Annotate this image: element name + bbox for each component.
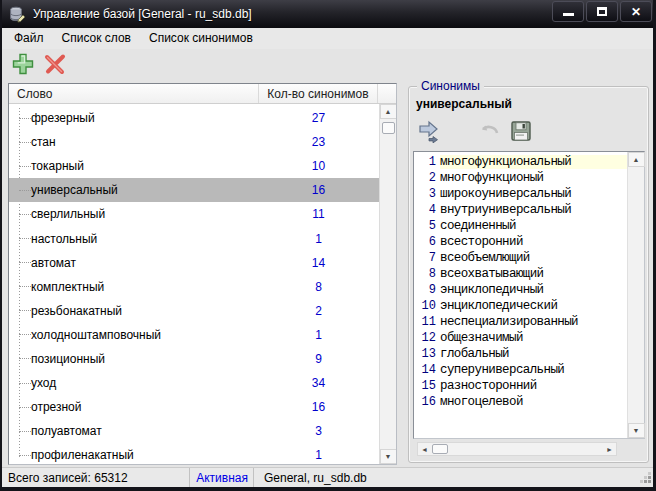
synonyms-groupbox: Синонимы универсальный: [408, 86, 649, 463]
add-word-button[interactable]: [10, 51, 36, 77]
table-row[interactable]: сверлильный 11: [9, 202, 379, 226]
tree-connector: [19, 238, 31, 239]
move-synonyms-button[interactable]: [416, 118, 442, 144]
menu-bar: ФайлСписок словСписок синонимов: [2, 28, 653, 49]
scroll-thumb[interactable]: [382, 122, 395, 134]
table-row[interactable]: стан 23: [9, 130, 379, 154]
tree-connector: [19, 286, 31, 287]
table-row[interactable]: полуавтомат 3: [9, 419, 379, 443]
line-number: 10: [414, 299, 440, 313]
resize-grip[interactable]: [648, 480, 651, 483]
column-header-count[interactable]: Кол-во синонимов: [259, 84, 378, 103]
synonym-lines: 1 многофункциональный 2 многофункционый …: [414, 152, 627, 438]
tree-connector: [19, 142, 31, 143]
green-plus-icon: [11, 52, 35, 76]
synonym-line[interactable]: 15 разносторонний: [414, 378, 627, 394]
table-row[interactable]: холодноштамповочный 1: [9, 323, 379, 347]
table-row[interactable]: отрезной 16: [9, 395, 379, 419]
titlebar[interactable]: Управление базой [General - ru_sdb.db] ✕: [0, 0, 656, 28]
count-cell: 34: [259, 376, 378, 390]
table-row[interactable]: универсальный 16: [9, 178, 379, 202]
word-cell: стан: [31, 135, 56, 149]
synonym-line[interactable]: 6 всесторонний: [414, 234, 627, 250]
synonym-line[interactable]: 8 всеохватывающий: [414, 266, 627, 282]
menu-item[interactable]: Файл: [5, 29, 53, 48]
table-row[interactable]: настольный 1: [9, 226, 379, 250]
synonym-line[interactable]: 9 энциклопедичный: [414, 282, 627, 298]
table-vertical-scrollbar[interactable]: ▲ ▼: [379, 104, 396, 464]
scroll-down-button[interactable]: ▼: [380, 449, 397, 464]
table-row[interactable]: фрезерный 27: [9, 106, 379, 130]
editor-horizontal-scrollbar[interactable]: ◄ ►: [417, 442, 617, 456]
blue-arrows-right-icon: [417, 119, 441, 143]
scroll-left-button[interactable]: ◄: [418, 443, 431, 455]
table-row[interactable]: позиционный 9: [9, 347, 379, 371]
synonym-line[interactable]: 3 широкоуниверсальный: [414, 186, 627, 202]
save-button[interactable]: [508, 118, 534, 144]
line-number: 9: [414, 283, 440, 297]
scroll-thumb[interactable]: [432, 444, 448, 454]
table-row[interactable]: резьбонакатный 2: [9, 299, 379, 323]
synonym-text: всеохватывающий: [440, 267, 627, 281]
count-cell: 16: [259, 183, 378, 197]
tree-connector: [19, 407, 31, 408]
maximize-button[interactable]: [586, 1, 618, 22]
line-number: 13: [414, 347, 440, 361]
tree-connector: [19, 190, 31, 191]
line-number: 8: [414, 267, 440, 281]
synonym-line[interactable]: 4 внутриуниверсальный: [414, 202, 627, 218]
table-row[interactable]: автомат 14: [9, 251, 379, 275]
scroll-up-button[interactable]: ▲: [380, 104, 397, 119]
synonym-line[interactable]: 10 энциклопедический: [414, 298, 627, 314]
close-button[interactable]: ✕: [620, 1, 652, 22]
table-row[interactable]: профиленакатный 1: [9, 443, 379, 464]
window-border-bottom: [0, 487, 656, 491]
editor-vertical-scrollbar[interactable]: ▲ ▼: [627, 152, 644, 438]
word-cell: комплектный: [31, 280, 104, 294]
word-cell: резьбонакатный: [31, 304, 122, 318]
synonym-line[interactable]: 5 соединенный: [414, 218, 627, 234]
synonym-line[interactable]: 16 многоцелевой: [414, 394, 627, 410]
synonym-line[interactable]: 11 неспециализированный: [414, 314, 627, 330]
menu-item[interactable]: Список синонимов: [140, 29, 262, 48]
synonym-text: энциклопедический: [440, 299, 627, 313]
red-x-icon: [43, 52, 67, 76]
current-word-label: универсальный: [416, 97, 512, 111]
synonym-line[interactable]: 14 суперуниверсальный: [414, 362, 627, 378]
word-cell: сверлильный: [31, 207, 105, 221]
synonym-text: энциклопедичный: [440, 283, 627, 297]
line-number: 5: [414, 219, 440, 233]
synonym-line[interactable]: 7 всеобъемлющий: [414, 250, 627, 266]
synonym-text: многофункциональный: [440, 155, 627, 169]
synonym-line[interactable]: 1 многофункциональный: [414, 154, 627, 170]
scroll-down-button[interactable]: ▼: [628, 423, 645, 438]
word-cell: профиленакатный: [31, 448, 134, 462]
delete-word-button[interactable]: [42, 51, 68, 77]
count-cell: 11: [259, 207, 378, 221]
minimize-button[interactable]: [552, 1, 584, 22]
minimize-icon: [563, 13, 574, 16]
scroll-right-button[interactable]: ►: [603, 443, 616, 455]
synonym-line[interactable]: 13 глобальный: [414, 346, 627, 362]
word-cell: настольный: [31, 232, 97, 246]
synonyms-editor[interactable]: 1 многофункциональный 2 многофункционый …: [413, 151, 645, 439]
main-toolbar: [2, 49, 653, 79]
line-number: 1: [414, 155, 440, 169]
app-window: Управление базой [General - ru_sdb.db] ✕…: [0, 0, 656, 491]
table-row[interactable]: токарный 10: [9, 154, 379, 178]
undo-button[interactable]: [476, 118, 502, 144]
count-cell: 9: [259, 352, 378, 366]
window-title: Управление базой [General - ru_sdb.db]: [33, 7, 252, 21]
count-cell: 1: [259, 328, 378, 342]
tree-connector: [19, 118, 31, 119]
count-cell: 2: [259, 304, 378, 318]
synonym-line[interactable]: 2 многофункционый: [414, 170, 627, 186]
menu-item[interactable]: Список слов: [53, 29, 140, 48]
column-header-word[interactable]: Слово: [9, 84, 259, 103]
count-cell: 27: [259, 111, 378, 125]
table-row[interactable]: уход 34: [9, 371, 379, 395]
synonym-line[interactable]: 12 общезначимый: [414, 330, 627, 346]
table-row[interactable]: комплектный 8: [9, 275, 379, 299]
count-cell: 3: [259, 424, 378, 438]
scroll-up-button[interactable]: ▲: [628, 152, 645, 167]
